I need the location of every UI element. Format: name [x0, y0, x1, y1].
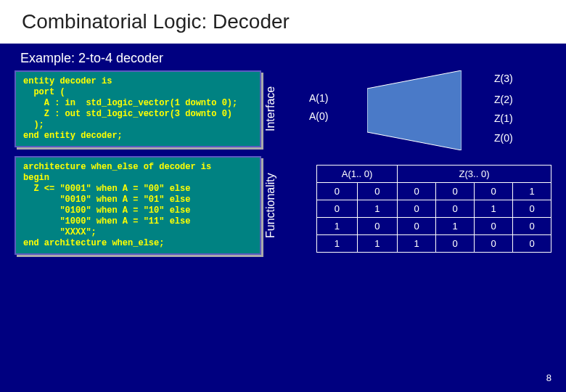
table-row: 1 1 1 0 0 0	[317, 235, 551, 253]
slide-title: Combinatorial Logic: Decoder	[22, 10, 290, 33]
header-z: Z(3.. 0)	[398, 166, 551, 183]
interface-label: Interface	[261, 70, 280, 147]
output-label-z0: Z(0)	[494, 132, 513, 144]
title-bar: Combinatorial Logic: Decoder	[0, 0, 566, 44]
functionality-label: Functionality	[261, 156, 280, 255]
input-label-a0: A(0)	[309, 110, 328, 122]
truth-table: A(1.. 0) Z(3.. 0) 0 0 0 0 0 1 0 1 0 0	[316, 165, 551, 253]
output-label-z2: Z(2)	[494, 94, 513, 105]
content-area: entity decoder is port ( A : in std_logi…	[0, 70, 566, 255]
decoder-shape	[367, 70, 462, 150]
output-label-z1: Z(1)	[494, 113, 513, 124]
functionality-block-wrap: architecture when_else of decoder is beg…	[15, 156, 280, 255]
table-row: 1 0 0 1 0 0	[317, 218, 551, 235]
header-a: A(1.. 0)	[317, 166, 398, 183]
slide-subtitle: Example: 2-to-4 decoder	[0, 44, 566, 70]
diagram-column: A(1) A(0) Z(3) Z(2) Z(1) Z(0) A(1.. 0) Z…	[287, 70, 551, 255]
table-row: 0 0 0 0 0 1	[317, 183, 551, 200]
input-label-a1: A(1)	[309, 92, 328, 104]
decoder-diagram: A(1) A(0) Z(3) Z(2) Z(1) Z(0)	[295, 70, 551, 158]
table-row: 0 1 0 0 1 0	[317, 200, 551, 218]
functionality-code: architecture when_else of decoder is beg…	[15, 156, 261, 255]
svg-marker-0	[367, 70, 462, 150]
table-body: 0 0 0 0 0 1 0 1 0 0 1 0 1 0	[317, 183, 551, 253]
interface-block-wrap: entity decoder is port ( A : in std_logi…	[15, 70, 280, 147]
code-column: entity decoder is port ( A : in std_logi…	[15, 70, 280, 255]
table-header-row: A(1.. 0) Z(3.. 0)	[317, 166, 551, 183]
page-number: 8	[546, 372, 551, 383]
interface-code: entity decoder is port ( A : in std_logi…	[15, 70, 261, 147]
output-label-z3: Z(3)	[494, 73, 513, 84]
trapezoid-icon	[367, 70, 462, 150]
